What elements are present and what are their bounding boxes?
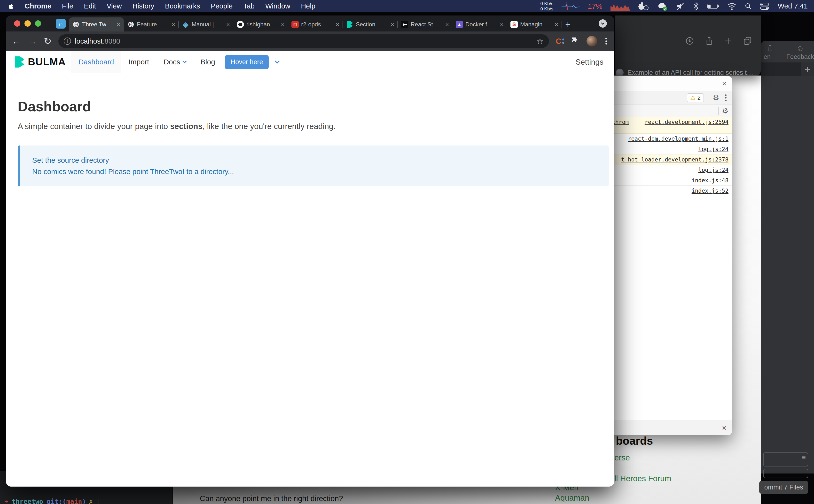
back-icon[interactable]: ← [12, 37, 21, 46]
tab-r2opds[interactable]: Π r2-opds × [288, 17, 343, 31]
hover-here-button[interactable]: Hover here [225, 55, 269, 69]
copy-icon[interactable] [743, 37, 752, 46]
menu-item-history[interactable]: History [132, 2, 154, 10]
minimize-window-button[interactable] [24, 20, 31, 27]
control-center-icon[interactable] [760, 3, 769, 10]
close-icon[interactable]: × [500, 21, 504, 28]
menu-item-window[interactable]: Window [265, 2, 290, 10]
plus-icon[interactable] [724, 37, 732, 46]
menu-item-edit[interactable]: Edit [84, 2, 96, 10]
cloud-sync-icon[interactable]: ✓ [657, 1, 668, 11]
apple-icon[interactable] [8, 3, 14, 10]
nav-item-dashboard[interactable]: Dashboard [71, 51, 121, 73]
tab-feature[interactable]: Feature × [124, 17, 178, 31]
nav-item-settings[interactable]: Settings [575, 51, 603, 73]
pinned-tab[interactable]: ∩ [56, 19, 66, 29]
browser-menu-icon[interactable] [604, 38, 608, 45]
spotlight-search-icon[interactable] [745, 3, 752, 10]
console-row: index.js:52 [605, 186, 732, 196]
bluetooth-icon[interactable] [693, 2, 699, 11]
source-link[interactable]: log.js:24 [698, 146, 729, 152]
share-icon[interactable] [705, 36, 713, 46]
tab-three-two[interactable]: Three Tw × [69, 17, 124, 31]
close-icon[interactable]: × [391, 21, 394, 28]
menu-app-name[interactable]: Chrome [25, 2, 51, 10]
menu-clock[interactable]: Wed 7:41 [778, 2, 808, 10]
source-link[interactable]: index.js:52 [692, 188, 729, 194]
wifi-icon[interactable] [727, 3, 737, 10]
menu-item-people[interactable]: People [211, 2, 233, 10]
commit-button[interactable]: ommit 7 Files [759, 481, 808, 494]
menu-item-file[interactable]: File [62, 2, 73, 10]
api-example-caption[interactable]: Example of an API call for getting serie… [628, 69, 756, 76]
battery-icon[interactable] [707, 3, 719, 10]
nav-item-import[interactable]: Import [121, 51, 156, 73]
devtools-bottom-bar: × [605, 420, 732, 435]
info-message: Set the source directory No comics were … [18, 145, 609, 186]
profile-avatar[interactable] [586, 36, 597, 46]
tab-search-button[interactable] [598, 19, 607, 28]
volume-muted-icon[interactable] [677, 2, 685, 10]
warning-count-badge[interactable]: ⚠ 2 [687, 93, 704, 102]
commit-description-input[interactable] [763, 469, 808, 478]
close-window-button[interactable] [14, 20, 20, 27]
close-icon[interactable]: × [281, 21, 285, 28]
forum-link-aquaman[interactable]: Aquaman [555, 493, 589, 503]
desktop: Chrome File Edit View History Bookmarks … [0, 0, 814, 504]
terminal-prompt[interactable]: ➜threetwogit:(main)✗ [4, 498, 99, 504]
network-speed: 0 Kb/s 0 Kb/s [540, 1, 553, 12]
source-link[interactable]: react-dom.development.min.js:1 [628, 136, 729, 142]
zoom-window-button[interactable] [35, 20, 41, 27]
webpack-icon: ◈ [182, 21, 189, 28]
right-dark-window: en in ☺ Feedback + [761, 41, 814, 473]
close-icon[interactable]: × [226, 21, 230, 28]
kebab-menu-icon[interactable] [724, 94, 728, 101]
download-icon[interactable] [686, 37, 694, 46]
menu-item-help[interactable]: Help [301, 2, 316, 10]
close-icon[interactable]: × [171, 21, 175, 28]
network-graph-icon[interactable] [561, 1, 579, 11]
new-tab-button[interactable]: + [562, 17, 574, 31]
tab-section[interactable]: Section × [343, 17, 398, 31]
forum-link-heroes[interactable]: ll Heroes Forum [615, 474, 671, 483]
extension-c-icon[interactable]: C [556, 37, 564, 46]
menu-item-view[interactable]: View [107, 2, 122, 10]
forum-link-universe[interactable]: erse [615, 453, 630, 462]
tab-docker[interactable]: ▲ Docker f × [452, 17, 507, 31]
gear-icon[interactable]: ⚙ [722, 107, 729, 115]
tab-react[interactable]: React St × [398, 17, 452, 31]
source-link[interactable]: t-hot-loader.development.js:2378 [621, 156, 729, 163]
menu-item-bookmarks[interactable]: Bookmarks [165, 2, 200, 10]
source-link[interactable]: react.development.js:2594 [645, 119, 729, 125]
gear-icon[interactable]: ⚙ [713, 94, 719, 101]
tab-github[interactable]: rishighan × [233, 17, 288, 31]
close-icon[interactable]: × [445, 21, 449, 28]
source-link[interactable]: log.js:24 [698, 167, 729, 173]
nav-item-docs[interactable]: Docs [156, 51, 193, 73]
tab-manual[interactable]: ◈ Manual | × [178, 17, 233, 31]
close-icon[interactable]: × [722, 423, 727, 432]
close-icon[interactable]: × [117, 21, 120, 28]
source-link[interactable]: index.js:48 [692, 177, 729, 183]
extensions-puzzle-icon[interactable] [571, 36, 580, 46]
bookmark-star-icon[interactable]: ☆ [536, 36, 543, 46]
close-icon[interactable]: × [555, 21, 558, 28]
close-icon[interactable]: × [722, 79, 727, 88]
close-icon[interactable]: × [336, 21, 339, 28]
commit-message-input[interactable]: ≡ [763, 452, 808, 466]
chevron-down-icon[interactable] [275, 59, 280, 64]
tab-managing[interactable]: S Managin × [507, 17, 562, 31]
brand[interactable]: BULMA [15, 51, 66, 73]
forward-icon[interactable]: → [28, 37, 37, 46]
menu-item-tab[interactable]: Tab [243, 2, 255, 10]
address-bar[interactable]: i localhost:8080 ☆ [58, 34, 549, 48]
new-tab-button[interactable]: + [801, 62, 814, 76]
nav-item-blog[interactable]: Blog [193, 51, 223, 73]
memory-graph-icon[interactable] [610, 1, 630, 11]
site-info-icon[interactable]: i [64, 38, 71, 45]
url-host: localhost [75, 37, 102, 45]
docker-menu-icon[interactable]: ! [638, 2, 649, 11]
battery-percent[interactable]: 17% [588, 2, 602, 10]
console-row: log.js:24 [605, 165, 732, 175]
reload-icon[interactable]: ↻ [44, 37, 52, 46]
